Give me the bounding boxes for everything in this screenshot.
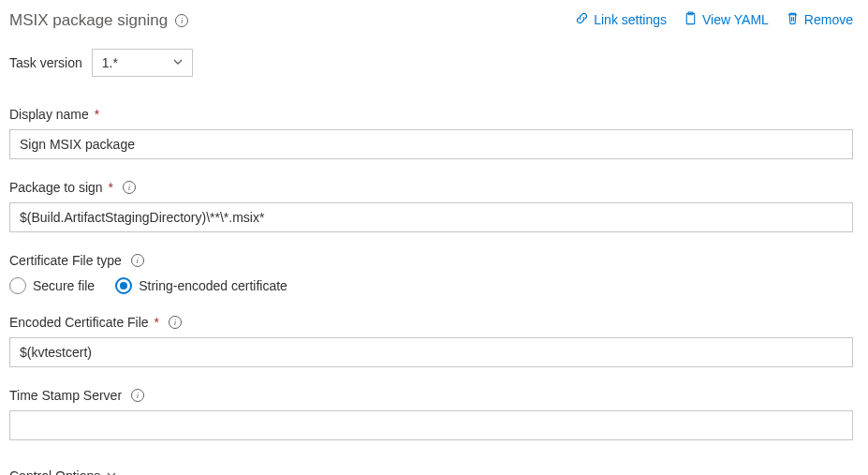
chevron-down-icon xyxy=(106,468,117,475)
radio-icon xyxy=(115,277,132,294)
time-stamp-server-input[interactable] xyxy=(9,410,853,440)
info-icon[interactable]: i xyxy=(131,389,144,402)
task-version-select[interactable]: 1.* xyxy=(92,49,193,77)
remove-label: Remove xyxy=(804,12,853,27)
info-icon[interactable]: i xyxy=(169,316,182,329)
radio-string-encoded[interactable]: String-encoded certificate xyxy=(115,277,287,294)
display-name-label: Display name * xyxy=(9,107,99,122)
package-to-sign-input[interactable] xyxy=(9,202,853,232)
radio-secure-file-label: Secure file xyxy=(33,278,95,293)
link-settings-label: Link settings xyxy=(594,12,667,27)
clipboard-icon xyxy=(684,11,698,28)
info-icon[interactable]: i xyxy=(175,14,188,27)
radio-string-encoded-label: String-encoded certificate xyxy=(139,278,287,293)
trash-icon xyxy=(786,11,800,28)
package-to-sign-label: Package to sign * xyxy=(9,180,113,195)
view-yaml-label: View YAML xyxy=(702,12,769,27)
view-yaml-button[interactable]: View YAML xyxy=(684,11,769,28)
remove-button[interactable]: Remove xyxy=(786,11,853,28)
link-settings-button[interactable]: Link settings xyxy=(575,11,667,28)
info-icon[interactable]: i xyxy=(131,254,144,267)
task-version-label: Task version xyxy=(9,55,82,70)
encoded-cert-file-input[interactable] xyxy=(9,337,853,367)
time-stamp-server-label: Time Stamp Server xyxy=(9,388,122,403)
header-actions: Link settings View YAML Remove xyxy=(575,11,853,28)
page-title: MSIX package signing xyxy=(9,11,168,30)
info-icon[interactable]: i xyxy=(123,181,136,194)
radio-secure-file[interactable]: Secure file xyxy=(9,277,95,294)
radio-icon xyxy=(9,277,26,294)
link-icon xyxy=(575,11,589,28)
display-name-input[interactable] xyxy=(9,129,853,159)
encoded-cert-file-label: Encoded Certificate File * xyxy=(9,315,159,330)
cert-file-type-label: Certificate File type xyxy=(9,253,122,268)
control-options-label: Control Options xyxy=(9,468,100,475)
control-options-section[interactable]: Control Options xyxy=(9,461,853,475)
